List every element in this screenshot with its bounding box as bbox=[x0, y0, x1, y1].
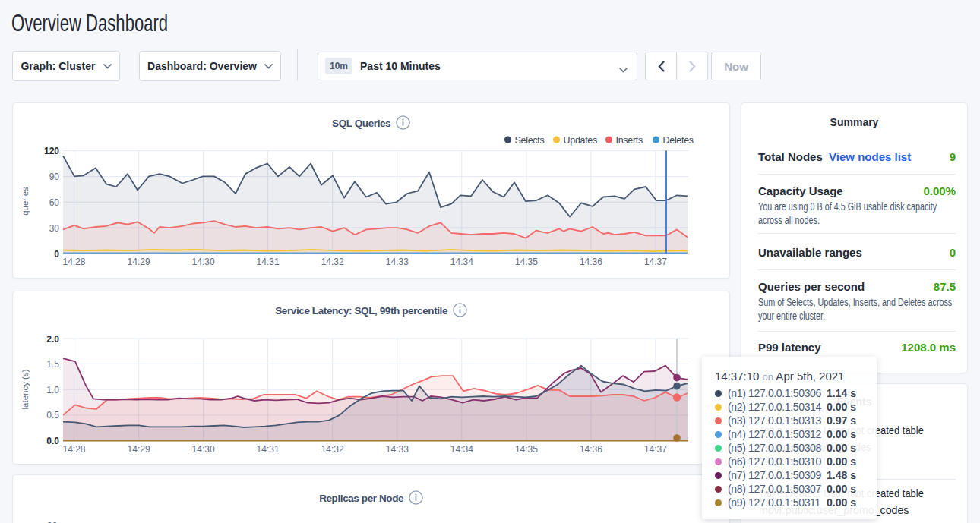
svg-text:14:30: 14:30 bbox=[192, 444, 215, 455]
svg-text:14:28: 14:28 bbox=[62, 257, 85, 267]
svg-text:2.0: 2.0 bbox=[46, 334, 59, 345]
svg-text:14:33: 14:33 bbox=[386, 444, 409, 455]
svg-text:1.5: 1.5 bbox=[46, 359, 59, 370]
svg-text:Inserts: Inserts bbox=[616, 135, 643, 146]
svg-text:0.0: 0.0 bbox=[46, 436, 59, 446]
svg-text:14:36: 14:36 bbox=[580, 257, 602, 267]
svg-text:14:31: 14:31 bbox=[257, 444, 280, 455]
svg-text:14:29: 14:29 bbox=[128, 257, 150, 267]
svg-text:14:33: 14:33 bbox=[386, 257, 409, 267]
svg-text:90: 90 bbox=[49, 172, 60, 182]
svg-text:queries: queries bbox=[21, 187, 30, 216]
svg-text:14:36: 14:36 bbox=[580, 444, 602, 455]
svg-text:latency (s): latency (s) bbox=[21, 369, 30, 409]
svg-text:1.0: 1.0 bbox=[46, 385, 59, 395]
svg-text:14:34: 14:34 bbox=[450, 444, 473, 455]
svg-text:60: 60 bbox=[49, 197, 60, 208]
svg-text:0: 0 bbox=[54, 249, 59, 260]
svg-text:0.5: 0.5 bbox=[46, 410, 59, 421]
svg-text:120: 120 bbox=[44, 146, 59, 156]
svg-text:14:30: 14:30 bbox=[192, 257, 215, 267]
svg-text:14:28: 14:28 bbox=[62, 444, 85, 455]
svg-text:Updates: Updates bbox=[564, 135, 598, 146]
svg-text:14:37: 14:37 bbox=[644, 257, 667, 267]
svg-text:14:35: 14:35 bbox=[515, 444, 538, 455]
svg-text:14:32: 14:32 bbox=[321, 444, 344, 455]
svg-text:14:35: 14:35 bbox=[515, 257, 538, 267]
svg-text:14:34: 14:34 bbox=[450, 257, 473, 267]
svg-text:14:32: 14:32 bbox=[321, 257, 344, 267]
svg-text:14:29: 14:29 bbox=[128, 444, 150, 455]
svg-text:14:31: 14:31 bbox=[257, 257, 280, 267]
svg-text:Deletes: Deletes bbox=[663, 135, 694, 146]
svg-text:30: 30 bbox=[49, 223, 60, 234]
svg-text:14:37: 14:37 bbox=[644, 444, 667, 455]
svg-text:Selects: Selects bbox=[515, 135, 545, 146]
